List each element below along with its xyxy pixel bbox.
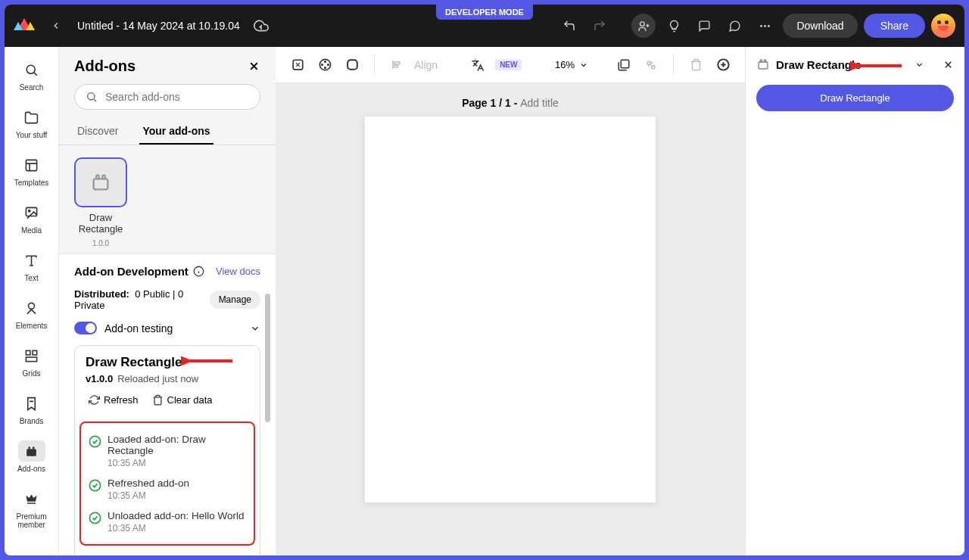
svg-rect-47 (394, 65, 397, 67)
svg-line-7 (34, 73, 36, 75)
present-icon[interactable] (722, 14, 746, 38)
svg-rect-26 (102, 176, 105, 179)
svg-point-13 (29, 303, 35, 309)
rail-grids[interactable]: Grids (9, 339, 55, 384)
page-label[interactable]: Page 1 / 1 - Add title (276, 83, 745, 117)
more-icon[interactable] (752, 14, 777, 38)
redo-button[interactable] (587, 14, 612, 38)
draw-rectangle-button[interactable]: Draw Rectangle (756, 85, 954, 111)
zoom-value[interactable]: 16% (555, 59, 575, 70)
rail-add-ons[interactable]: Add-ons (9, 434, 55, 479)
close-icon[interactable] (943, 59, 954, 70)
app-logo[interactable] (14, 15, 35, 36)
svg-rect-19 (33, 446, 34, 449)
new-badge: NEW (495, 59, 522, 70)
log-row: Refreshed add-on10:35 AM (89, 473, 246, 506)
annotation-arrow-icon (181, 353, 234, 369)
addon-icon (756, 58, 770, 71)
distribute-icon[interactable] (641, 55, 661, 75)
rail-search[interactable]: Search (9, 53, 55, 98)
share-button[interactable]: Share (864, 14, 925, 38)
rail-brands[interactable]: Brands (9, 387, 55, 431)
svg-rect-14 (26, 350, 30, 355)
log-section: Loaded add-on: Draw Rectangle10:35 AM Re… (79, 422, 255, 546)
shape-icon[interactable] (342, 55, 362, 75)
add-page-icon[interactable] (713, 55, 733, 75)
crop-icon[interactable] (288, 55, 307, 75)
svg-rect-55 (760, 60, 762, 62)
svg-rect-54 (759, 62, 768, 69)
close-panel-button[interactable] (248, 60, 260, 73)
svg-rect-15 (33, 350, 37, 355)
layers-icon[interactable] (614, 55, 634, 75)
undo-button[interactable] (557, 14, 581, 38)
svg-point-41 (327, 64, 329, 66)
addon-right-panel: Draw Rectangle Draw Rectangle (745, 47, 964, 555)
comment-icon[interactable] (692, 14, 716, 38)
search-icon (86, 91, 98, 103)
svg-point-4 (764, 25, 766, 27)
translate-icon[interactable] (468, 55, 488, 75)
manage-button[interactable]: Manage (210, 291, 260, 309)
svg-point-22 (88, 93, 95, 100)
view-docs-link[interactable]: View docs (216, 266, 260, 277)
info-icon[interactable] (193, 266, 204, 277)
rail-your-stuff[interactable]: Your stuff (9, 101, 55, 145)
download-button[interactable]: Download (783, 14, 857, 38)
svg-point-40 (324, 61, 326, 63)
rail-templates[interactable]: Templates (9, 148, 55, 193)
cloud-sync-icon[interactable] (249, 14, 273, 38)
lightbulb-icon[interactable] (662, 14, 686, 38)
svg-rect-46 (394, 62, 399, 64)
invite-button[interactable] (631, 14, 656, 38)
svg-point-42 (324, 67, 326, 69)
artboard[interactable] (365, 117, 656, 502)
tab-your-addons[interactable]: Your add-ons (139, 119, 213, 145)
developer-mode-badge: DEVELOPER MODE (436, 5, 533, 20)
canvas-area: Align NEW 16% Page 1 / 1 - Add title (276, 47, 745, 555)
search-addons[interactable] (74, 84, 260, 110)
trash-icon[interactable] (686, 55, 706, 75)
svg-point-5 (768, 25, 770, 27)
back-button[interactable] (44, 14, 68, 38)
dev-card: Draw Rectangle v1.0.0Reloaded just now R… (74, 345, 260, 555)
tab-discover[interactable]: Discover (74, 119, 121, 145)
search-input[interactable] (105, 91, 249, 103)
checkmark-icon (89, 435, 101, 448)
document-title[interactable]: Untitled - 14 May 2024 at 10.19.04 (77, 20, 240, 32)
svg-rect-56 (765, 60, 766, 62)
addon-testing-toggle[interactable] (74, 322, 97, 334)
panel-scrollbar[interactable] (259, 282, 276, 555)
checkmark-icon (89, 512, 101, 524)
svg-rect-48 (621, 60, 629, 68)
log-row: Loaded add-on: Draw Rectangle10:35 AM (89, 429, 246, 473)
rail-elements[interactable]: Elements (9, 291, 55, 336)
svg-rect-8 (26, 160, 36, 170)
rail-media[interactable]: Media (9, 196, 55, 241)
log-row: Unloaded add-on: Hello World10:35 AM (89, 506, 246, 538)
clear-data-button[interactable]: Clear data (149, 392, 216, 408)
checkmark-icon (89, 479, 101, 492)
align-icon[interactable] (387, 55, 407, 75)
addons-panel: Add-ons Discover Your add-ons Draw Recta… (59, 47, 276, 555)
chevron-down-icon[interactable] (579, 61, 588, 70)
dev-section: Add-on Development View docs Distributed… (59, 254, 276, 555)
svg-point-3 (760, 25, 762, 27)
info-row: Detected changes in manifest.jsonClick o… (75, 550, 260, 555)
rail-text[interactable]: Text (9, 244, 55, 288)
svg-rect-18 (29, 446, 30, 449)
rail-premium[interactable]: Premium member (9, 482, 55, 535)
svg-rect-49 (648, 61, 651, 64)
svg-point-10 (29, 210, 30, 211)
panel-title: Add-ons (74, 58, 136, 75)
svg-rect-16 (26, 357, 36, 362)
refresh-button[interactable]: Refresh (86, 392, 142, 408)
chevron-down-icon[interactable] (914, 60, 924, 70)
svg-rect-24 (94, 179, 108, 189)
user-avatar[interactable] (931, 14, 955, 38)
addon-tile-draw-rectangle[interactable]: Draw Rectangle 1.0.0 (74, 157, 127, 247)
svg-rect-44 (347, 60, 357, 70)
dev-heading: Add-on Development (74, 265, 204, 278)
canvas-body[interactable]: Page 1 / 1 - Add title (276, 83, 745, 555)
color-wheel-icon[interactable] (315, 55, 335, 75)
